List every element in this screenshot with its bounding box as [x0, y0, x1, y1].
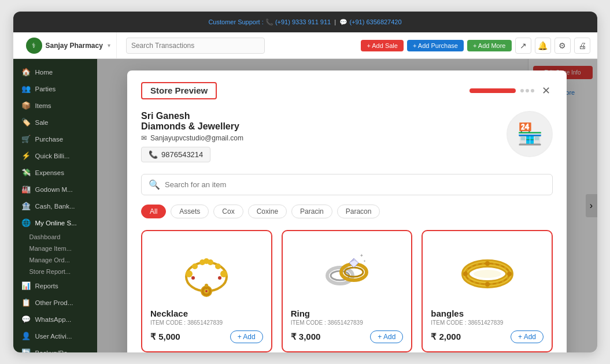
purchase-icon: 🛒 — [21, 135, 31, 143]
category-coxine[interactable]: Coxine — [248, 205, 287, 218]
store-email: ✉ Sanjayupvcstudio@gmail.com — [141, 134, 493, 142]
search-input[interactable] — [126, 38, 265, 54]
svg-point-12 — [205, 284, 208, 287]
product-price-ring: ₹ 3,000 — [291, 332, 321, 342]
product-price-bangles: ₹ 2,000 — [431, 332, 461, 342]
print-icon-btn[interactable]: 🖨 — [574, 38, 590, 54]
add-sale-button[interactable]: + Add Sale — [361, 40, 404, 51]
add-necklace-button[interactable]: + Add — [230, 330, 263, 343]
sidebar-item-quick-billing[interactable]: ⚡ Quick Billi... — [13, 147, 97, 164]
parties-icon: 👥 — [21, 84, 31, 93]
category-assets[interactable]: Assets — [171, 205, 209, 218]
svg-point-34 — [485, 282, 490, 287]
sidebar-item-home[interactable]: 🏠 Home — [13, 64, 97, 80]
product-image-ring: ✦ ✦ — [291, 239, 404, 303]
svg-point-31 — [463, 272, 468, 276]
modal-close-button[interactable]: ✕ — [539, 84, 553, 98]
modal-title-box: Store Preview — [141, 82, 217, 99]
sidebar-item-purchase[interactable]: 🛒 Purchase — [13, 131, 97, 147]
quick-billing-icon: ⚡ — [21, 151, 31, 160]
backup-icon: 🔄 — [21, 348, 31, 352]
store-info-section: Sri Ganesh Diamonds & Jewellery ✉ Sanjay… — [141, 111, 553, 162]
svg-point-8 — [204, 258, 209, 264]
necklace-svg — [178, 242, 235, 300]
phone-icon: 📞 — [149, 150, 158, 159]
search-icon: 🔍 — [149, 179, 160, 190]
add-more-button[interactable]: + Add More — [467, 40, 512, 51]
sidebar-item-backup[interactable]: 🔄 Backup/Re... — [13, 344, 97, 352]
sidebar-item-sale[interactable]: 🏷️ Sale — [13, 114, 97, 131]
other-products-icon: 📋 — [21, 298, 31, 307]
sidebar-item-cash-bank[interactable]: 🏦 Cash, Bank... — [13, 198, 97, 214]
product-name-necklace: Necklace — [150, 309, 188, 318]
cash-bank-icon: 🏦 — [21, 202, 31, 210]
svg-point-30 — [474, 270, 501, 278]
store-logo: 🏪 — [507, 111, 553, 157]
product-code-necklace: ITEM CODE : 38651427839 — [150, 320, 223, 326]
item-search-bar[interactable]: 🔍 — [141, 174, 553, 195]
modal-tab-indicator — [469, 88, 516, 93]
svg-point-15 — [218, 276, 221, 280]
product-name-bangles: bangles — [431, 309, 464, 318]
brand-dropdown-icon[interactable]: ▾ — [108, 42, 110, 49]
svg-point-33 — [485, 261, 490, 266]
store-preview-modal: Store Preview ✕ — [127, 70, 567, 352]
bangles-svg — [459, 242, 516, 300]
sidebar-item-whatsapp[interactable]: 💬 WhatsApp... — [13, 311, 97, 328]
app-container: Customer Support : 📞 (+91) 9333 911 911 … — [13, 12, 597, 352]
support-text: Customer Support : 📞 (+91) 9333 911 911 … — [208, 18, 401, 26]
top-actions: + Add Sale + Add Purchase + Add More ↗ 🔔… — [361, 38, 590, 54]
category-paracin[interactable]: Paracin — [291, 205, 332, 218]
reports-icon: 📊 — [21, 281, 31, 290]
svg-text:✦: ✦ — [363, 259, 366, 263]
sidebar-item-user-activity[interactable]: 👤 User Activi... — [13, 328, 97, 344]
share-icon-btn[interactable]: ↗ — [515, 38, 531, 54]
svg-point-2 — [186, 270, 193, 277]
right-panel: Edit Store Info ↗ Share Store › Store Pr… — [97, 59, 597, 352]
navbar: ⚕ Sanjay Pharmacy ▾ + Add Sale + Add Pur… — [13, 32, 597, 59]
svg-point-5 — [215, 263, 221, 269]
user-activity-icon: 👤 — [21, 332, 31, 340]
add-bangles-button[interactable]: + Add — [511, 330, 544, 343]
ring-svg: ✦ ✦ — [318, 242, 376, 300]
sidebar-item-other-products[interactable]: 📋 Other Prod... — [13, 294, 97, 311]
modal-header-actions: ✕ — [469, 84, 553, 98]
sidebar-item-expenses[interactable]: 💸 Expenses — [13, 164, 97, 181]
godown-icon: 🏭 — [21, 185, 31, 194]
sale-icon: 🏷️ — [21, 118, 31, 127]
whatsapp-icon: 💬 — [21, 315, 31, 324]
sidebar-item-godown[interactable]: 🏭 Godown M... — [13, 181, 97, 198]
add-ring-button[interactable]: + Add — [370, 330, 403, 343]
category-paracon[interactable]: Paracon — [337, 205, 380, 218]
product-card-ring: ✦ ✦ Ring ITEM CODE : 38651427839 ₹ 3,000 — [282, 230, 413, 352]
svg-point-16 — [205, 290, 208, 292]
store-name: Sri Ganesh Diamonds & Jewellery — [141, 111, 493, 132]
product-image-bangles — [431, 239, 544, 303]
brand-logo: ⚕ Sanjay Pharmacy ▾ — [20, 32, 117, 58]
sidebar-sub-manage-items[interactable]: Manage Item... — [13, 243, 97, 254]
category-all[interactable]: All — [141, 205, 166, 218]
store-details: Sri Ganesh Diamonds & Jewellery ✉ Sanjay… — [141, 111, 493, 162]
product-code-bangles: ITEM CODE : 38651427839 — [431, 320, 503, 326]
sidebar-item-reports[interactable]: 📊 Reports — [13, 277, 97, 294]
category-cox[interactable]: Cox — [213, 205, 243, 218]
product-footer-ring: ₹ 3,000 + Add — [291, 330, 404, 343]
settings-icon-btn[interactable]: ⚙ — [554, 38, 571, 54]
sidebar-item-my-online-store[interactable]: 🌐 My Online S... — [13, 214, 97, 231]
add-purchase-button[interactable]: + Add Purchase — [407, 40, 464, 51]
expenses-icon: 💸 — [21, 168, 31, 177]
sidebar: 🏠 Home 👥 Parties 📦 Items 🏷️ Sale 🛒 Purch… — [13, 59, 97, 352]
support-bar: Customer Support : 📞 (+91) 9333 911 911 … — [13, 12, 597, 32]
sidebar-item-items[interactable]: 📦 Items — [13, 97, 97, 114]
sidebar-sub-dashboard[interactable]: Dashboard — [13, 231, 97, 243]
item-search-input[interactable] — [165, 180, 545, 189]
sidebar-item-parties[interactable]: 👥 Parties — [13, 80, 97, 97]
modal-overlay: Store Preview ✕ — [97, 59, 597, 352]
notification-icon-btn[interactable]: 🔔 — [535, 38, 551, 54]
sidebar-sub-store-reports[interactable]: Store Report... — [13, 266, 97, 277]
product-footer-necklace: ₹ 5,000 + Add — [150, 330, 263, 343]
svg-text:✦: ✦ — [360, 253, 364, 258]
sidebar-sub-manage-orders[interactable]: Manage Ord... — [13, 254, 97, 266]
product-grid: Necklace ITEM CODE : 38651427839 ₹ 5,000… — [141, 230, 553, 352]
product-card-necklace: Necklace ITEM CODE : 38651427839 ₹ 5,000… — [141, 230, 272, 352]
